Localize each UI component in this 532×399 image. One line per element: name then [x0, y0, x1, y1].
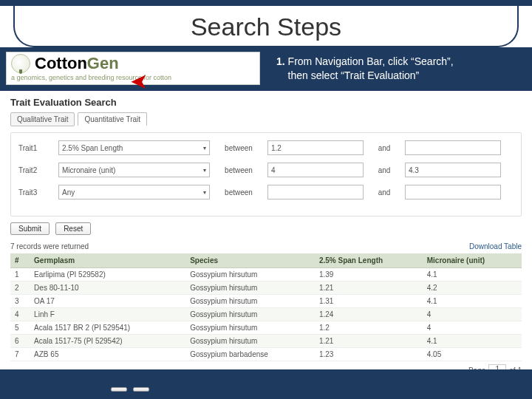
col-micronaire: Micronaire (unit) — [423, 253, 522, 268]
trait-row-2: Trait2 Micronaire (unit)▾ between 4 and … — [18, 163, 514, 177]
table-row[interactable]: 7AZB 65Gossypium barbadense1.234.05 — [10, 348, 522, 361]
trait3-label: Trait3 — [18, 188, 48, 197]
trait3-from-input[interactable] — [267, 185, 364, 200]
col-germplasm: Germplasm — [30, 253, 185, 268]
trait1-to-input[interactable] — [405, 140, 501, 155]
trait2-select[interactable]: Micronaire (unit)▾ — [58, 163, 210, 177]
chevron-down-icon: ▾ — [203, 189, 206, 196]
trait1-from-input[interactable]: 1.2 — [267, 140, 364, 155]
header-band: CottonGen a genomics, genetics and breed… — [0, 47, 532, 91]
footer-button-2[interactable] — [133, 387, 149, 392]
submit-button[interactable]: Submit — [10, 222, 50, 235]
title-bar: Search Steps — [0, 6, 532, 47]
trait1-select[interactable]: 2.5% Span Length▾ — [58, 140, 210, 155]
trait3-to-input[interactable] — [405, 185, 501, 200]
footer-button-1[interactable] — [111, 387, 127, 392]
trait3-select[interactable]: Any▾ — [58, 185, 210, 200]
col-span: 2.5% Span Length — [315, 253, 423, 268]
download-link[interactable]: Download Table — [469, 242, 522, 250]
tab-bar: Qualitative Trait Quantitative Trait — [10, 112, 522, 126]
tab-qualitative[interactable]: Qualitative Trait — [10, 112, 75, 126]
logo-text: CottonGen — [35, 54, 119, 73]
results-table: # Germplasm Species 2.5% Span Length Mic… — [10, 253, 522, 361]
logo-card: CottonGen a genomics, genetics and breed… — [6, 52, 260, 85]
results-count: 7 records were returned — [10, 242, 89, 250]
table-row[interactable]: 5Acala 1517 BR 2 (PI 529541)Gossypium hi… — [10, 321, 522, 335]
arrow-icon: ➤ — [131, 70, 147, 93]
chevron-down-icon: ▾ — [203, 167, 206, 174]
cotton-icon — [11, 54, 30, 73]
table-row[interactable]: 2Des 80-11-10Gossypium hirsutum1.214.2 — [10, 282, 522, 295]
col-num: # — [10, 253, 30, 268]
reset-button[interactable]: Reset — [55, 222, 91, 235]
search-heading: Trait Evaluation Search — [10, 97, 522, 108]
trait-row-1: Trait1 2.5% Span Length▾ between 1.2 and — [18, 140, 514, 155]
trait1-label: Trait1 — [18, 144, 48, 152]
trait2-label: Trait2 — [18, 166, 48, 174]
table-row[interactable]: 3OA 17Gossypium hirsutum1.314.1 — [10, 295, 522, 308]
tab-quantitative[interactable]: Quantitative Trait — [78, 112, 147, 126]
instruction-text: 1. From Navigation Bar, click “Search”, … — [276, 55, 454, 83]
table-row[interactable]: 1Earlipima (PI 529582)Gossypium hirsutum… — [10, 268, 522, 282]
search-form: Trait1 2.5% Span Length▾ between 1.2 and… — [10, 132, 522, 216]
col-species: Species — [185, 253, 315, 268]
chevron-down-icon: ▾ — [203, 145, 206, 151]
trait-row-3: Trait3 Any▾ between and — [18, 185, 514, 200]
table-row[interactable]: 6Acala 1517-75 (PI 529542)Gossypium hirs… — [10, 335, 522, 348]
trait2-from-input[interactable]: 4 — [267, 163, 364, 177]
table-row[interactable]: 4Linh FGossypium hirsutum1.244 — [10, 308, 522, 321]
trait2-to-input[interactable]: 4.3 — [405, 163, 501, 177]
footer-band — [0, 369, 532, 399]
